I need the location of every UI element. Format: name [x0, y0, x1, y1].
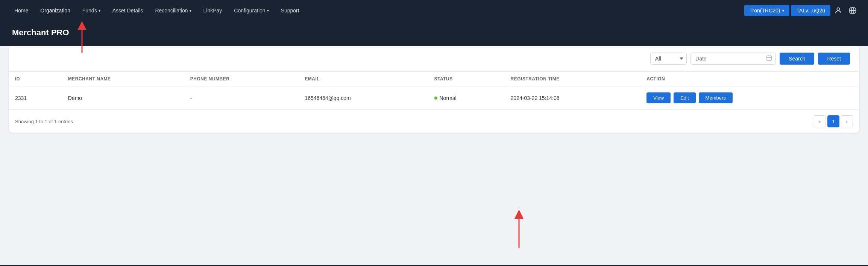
col-id: ID [9, 72, 62, 86]
page-title: Merchant PRO [12, 28, 856, 38]
nav-item-organization[interactable]: Organization [35, 5, 75, 17]
cell-email: 16546464@qq.com [299, 86, 428, 110]
nav-item-funds[interactable]: Funds ▾ [77, 5, 106, 17]
cell-action: View Edit Members [640, 86, 859, 110]
language-button[interactable] [846, 4, 859, 17]
main-content: All Normal Disabled Search [0, 46, 868, 265]
status-badge: Normal [434, 95, 457, 101]
status-dot-icon [434, 97, 437, 100]
nav-item-support[interactable]: Support [276, 5, 305, 17]
tron-chevron-icon: ▾ [782, 9, 784, 13]
nav-item-asset-details[interactable]: Asset Details [107, 5, 149, 17]
pagination-page-1-button[interactable]: 1 [827, 115, 839, 127]
reconciliation-chevron-icon: ▾ [190, 9, 191, 13]
nav-item-linkpay[interactable]: LinkPay [198, 5, 228, 17]
view-button[interactable]: View [646, 92, 671, 103]
cell-merchant-name: Demo [62, 86, 184, 110]
edit-button[interactable]: Edit [674, 92, 695, 103]
merchant-table: ID MERCHANT NAME PHONE NUMBER EMAIL STAT… [9, 72, 859, 110]
tron-network-button[interactable]: Tron(TRC20) ▾ [744, 5, 790, 16]
table-row: 2331 Demo - 16546464@qq.com Normal 2024-… [9, 86, 859, 110]
action-buttons: View Edit Members [646, 92, 853, 103]
funds-chevron-icon: ▾ [99, 9, 100, 13]
page-header: Merchant PRO [0, 21, 868, 46]
table-footer: Showing 1 to 1 of 1 entries ‹ 1 › [9, 110, 859, 133]
col-registration-time: REGISTRATION TIME [505, 72, 641, 86]
navbar: Home Organization Funds ▾ Asset Details … [0, 0, 868, 21]
profile-button[interactable] [832, 4, 845, 17]
cell-phone: - [184, 86, 299, 110]
merchant-card: All Normal Disabled Search [9, 46, 859, 133]
col-email: EMAIL [299, 72, 428, 86]
date-picker-wrapper [690, 53, 776, 65]
col-merchant-name: MERCHANT NAME [62, 72, 184, 86]
pagination-next-button[interactable]: › [841, 115, 853, 127]
date-input[interactable] [690, 53, 776, 65]
configuration-chevron-icon: ▾ [267, 9, 269, 13]
col-action: ACTION [640, 72, 859, 86]
nav-item-home[interactable]: Home [9, 5, 33, 17]
wallet-address-button[interactable]: TALv...uQ2u [791, 5, 830, 16]
cell-status: Normal [428, 86, 505, 110]
nav-item-reconciliation[interactable]: Reconciliation ▾ [150, 5, 196, 17]
table-header-row: ID MERCHANT NAME PHONE NUMBER EMAIL STAT… [9, 72, 859, 86]
cell-id: 2331 [9, 86, 62, 110]
pagination: ‹ 1 › [814, 115, 853, 127]
search-button[interactable]: Search [780, 53, 814, 65]
filter-bar: All Normal Disabled Search [9, 46, 859, 72]
pagination-prev-button[interactable]: ‹ [814, 115, 826, 127]
col-status: STATUS [428, 72, 505, 86]
cell-registration-time: 2024-03-22 15:14:08 [505, 86, 641, 110]
showing-entries-text: Showing 1 to 1 of 1 entries [15, 119, 73, 124]
members-button[interactable]: Members [699, 92, 733, 103]
svg-point-0 [837, 8, 839, 11]
nav-item-configuration[interactable]: Configuration ▾ [229, 5, 274, 17]
col-phone: PHONE NUMBER [184, 72, 299, 86]
status-filter-select[interactable]: All Normal Disabled [650, 53, 687, 65]
reset-button[interactable]: Reset [818, 53, 850, 65]
